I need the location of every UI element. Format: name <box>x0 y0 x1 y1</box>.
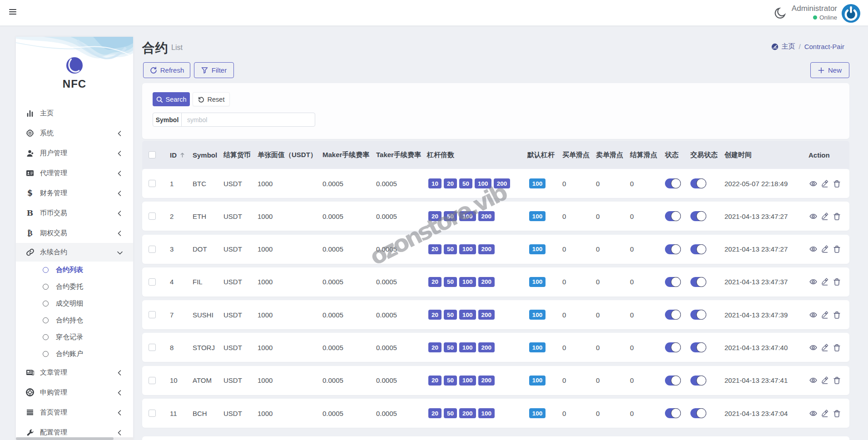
column-header-trade-status[interactable]: 交易状态 <box>690 151 724 159</box>
sidebar-item-5[interactable]: B币币交易 <box>16 203 133 223</box>
column-header-leverages[interactable]: 杠杆倍数 <box>427 151 527 159</box>
view-icon[interactable] <box>809 376 817 384</box>
search-button[interactable]: Search <box>153 92 190 106</box>
chevron-left-icon <box>117 410 122 415</box>
edit-icon[interactable] <box>821 376 829 384</box>
trade-status-toggle[interactable] <box>690 211 706 221</box>
sidebar-scrollbar-thumb[interactable] <box>16 437 114 440</box>
view-icon[interactable] <box>809 344 817 351</box>
column-header-sell-slippage[interactable]: 卖单滑点 <box>596 151 630 159</box>
cell-symbol: DOT <box>193 245 223 253</box>
column-header-settle-currency[interactable]: 结算货币 <box>223 151 258 159</box>
trade-status-toggle[interactable] <box>690 310 706 320</box>
sidebar-item-9[interactable]: 申购管理 <box>16 382 133 402</box>
status-toggle[interactable] <box>665 310 681 320</box>
trade-status-toggle[interactable] <box>690 376 706 386</box>
trade-status-toggle[interactable] <box>690 277 706 287</box>
view-icon[interactable] <box>809 278 817 286</box>
leverage-badge: 200 <box>478 244 495 254</box>
column-header-action[interactable]: Action <box>808 151 849 159</box>
sidebar-item-3[interactable]: 代理管理 <box>16 163 133 183</box>
sidebar-subitem-5[interactable]: 合约账户 <box>16 346 133 362</box>
cell-face-value: 1000 <box>258 311 322 319</box>
edit-icon[interactable] <box>821 245 829 253</box>
status-toggle[interactable] <box>665 211 681 221</box>
column-header-taker-fee[interactable]: Taker手续费率 <box>376 151 427 159</box>
user-block[interactable]: Administrator Online <box>792 4 837 21</box>
delete-icon[interactable] <box>833 278 841 286</box>
trade-status-toggle[interactable] <box>690 178 706 188</box>
edit-icon[interactable] <box>821 180 829 188</box>
column-header-face-value[interactable]: 单张面值（USDT） <box>258 151 322 159</box>
delete-icon[interactable] <box>833 213 841 220</box>
filter-button[interactable]: Filter <box>194 62 234 78</box>
sidebar-item-8[interactable]: 文章管理 <box>16 362 133 382</box>
sidebar-subitem-1[interactable]: 合约委托 <box>16 278 133 295</box>
row-checkbox[interactable] <box>149 213 156 220</box>
delete-icon[interactable] <box>833 311 841 319</box>
delete-icon[interactable] <box>833 376 841 384</box>
sidebar-subitem-4[interactable]: 穿仓记录 <box>16 329 133 346</box>
trade-status-toggle[interactable] <box>690 244 706 254</box>
hamburger-menu-icon[interactable] <box>9 9 16 15</box>
row-checkbox[interactable] <box>149 344 156 351</box>
view-icon[interactable] <box>809 245 817 253</box>
column-header-maker-fee[interactable]: Maker手续费率 <box>322 151 376 159</box>
status-toggle[interactable] <box>665 342 681 352</box>
row-checkbox[interactable] <box>149 311 156 318</box>
status-toggle[interactable] <box>665 408 681 418</box>
view-icon[interactable] <box>809 311 817 319</box>
column-header-default-leverage[interactable]: 默认杠杆 <box>527 151 562 159</box>
status-toggle[interactable] <box>665 178 681 188</box>
column-header-id[interactable]: ID <box>170 151 193 159</box>
new-button[interactable]: New <box>810 62 849 78</box>
sidebar-item-7[interactable]: 永续合约 <box>16 243 133 262</box>
edit-icon[interactable] <box>821 278 829 286</box>
reset-button[interactable]: Reset <box>193 92 230 106</box>
status-toggle[interactable] <box>665 244 681 254</box>
breadcrumb-separator: / <box>799 43 800 50</box>
dark-mode-moon-icon[interactable] <box>774 7 786 20</box>
edit-icon[interactable] <box>821 344 829 351</box>
sidebar-subitem-2[interactable]: 成交明细 <box>16 295 133 312</box>
row-checkbox[interactable] <box>149 180 156 187</box>
delete-icon[interactable] <box>833 344 841 351</box>
sidebar-subitem-3[interactable]: 合约持仓 <box>16 312 133 329</box>
row-checkbox[interactable] <box>149 410 156 417</box>
trade-status-toggle[interactable] <box>690 342 706 352</box>
breadcrumb-home[interactable]: 主页 <box>771 42 795 51</box>
column-header-created-at[interactable]: 创建时间 <box>724 151 808 159</box>
row-checkbox[interactable] <box>149 278 156 286</box>
column-header-settle-slippage[interactable]: 结算滑点 <box>630 151 665 159</box>
column-header-symbol[interactable]: Symbol <box>193 151 223 159</box>
delete-icon[interactable] <box>833 245 841 253</box>
sidebar-item-1[interactable]: 系统 <box>16 123 133 143</box>
view-icon[interactable] <box>809 410 817 417</box>
delete-icon[interactable] <box>833 410 841 417</box>
sidebar-item-2[interactable]: 用户管理 <box>16 143 133 163</box>
refresh-button[interactable]: Refresh <box>143 62 190 78</box>
view-icon[interactable] <box>809 213 817 220</box>
edit-icon[interactable] <box>821 410 829 417</box>
trade-status-toggle[interactable] <box>690 408 706 418</box>
sidebar-subitem-0[interactable]: 合约列表 <box>16 262 133 278</box>
view-icon[interactable] <box>809 180 817 188</box>
select-all-checkbox[interactable] <box>149 151 156 158</box>
row-checkbox[interactable] <box>149 246 156 253</box>
avatar[interactable] <box>842 4 860 23</box>
edit-icon[interactable] <box>821 311 829 319</box>
row-checkbox[interactable] <box>149 377 156 384</box>
symbol-input[interactable] <box>182 113 315 126</box>
status-toggle[interactable] <box>665 277 681 287</box>
sidebar-item-6[interactable]: ₿期权交易 <box>16 223 133 243</box>
default-leverage-badge: 100 <box>529 310 546 320</box>
status-toggle[interactable] <box>665 376 681 386</box>
edit-icon[interactable] <box>821 213 829 220</box>
sidebar-item-0[interactable]: 主页 <box>16 103 133 123</box>
column-header-status[interactable]: 状态 <box>665 151 690 159</box>
sidebar-item-4[interactable]: $财务管理 <box>16 183 133 203</box>
sidebar-item-10[interactable]: 首页管理 <box>16 402 133 422</box>
delete-icon[interactable] <box>833 180 841 188</box>
sidebar-horizontal-scrollbar[interactable] <box>16 437 133 440</box>
column-header-buy-slippage[interactable]: 买单滑点 <box>562 151 596 159</box>
